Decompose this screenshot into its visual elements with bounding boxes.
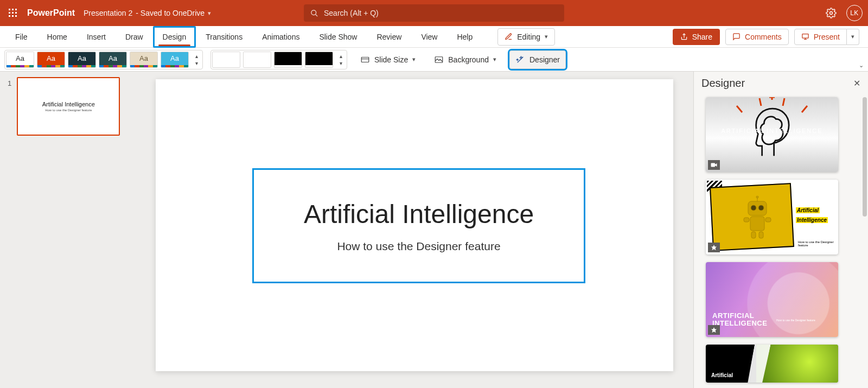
variant-option[interactable] <box>212 52 240 68</box>
comments-label: Comments <box>745 33 782 41</box>
theme-option[interactable]: Aa <box>68 52 96 68</box>
share-button[interactable]: Share <box>673 29 720 45</box>
tab-insert[interactable]: Insert <box>77 26 116 48</box>
ribbon-tabs: File Home Insert Draw Design Transitions… <box>0 26 868 48</box>
editing-mode-button[interactable]: Editing ▾ <box>497 28 555 46</box>
chevron-down-icon: ▾ <box>412 56 416 63</box>
variant-option[interactable] <box>243 52 271 68</box>
design-idea-title-line: Intelligence <box>796 217 828 223</box>
themes-more-dropdown[interactable]: ▴▾ <box>192 53 201 66</box>
slide-thumbnail[interactable]: Artificial Intelligence How to use the D… <box>17 77 120 136</box>
theme-option[interactable]: Aa <box>161 52 189 68</box>
pane-title: Designer <box>701 77 745 90</box>
tab-label: Transitions <box>206 33 242 41</box>
title-text-box[interactable]: Artificial Intelligence How to use the D… <box>252 168 585 283</box>
workspace: 1 Artificial Intelligence How to use the… <box>0 72 868 388</box>
search-input[interactable] <box>324 9 558 17</box>
tab-label: Review <box>376 33 401 41</box>
present-split-button: Present ▾ <box>794 29 859 45</box>
theme-letters: Aa <box>47 54 55 62</box>
chevron-up-icon: ▴ <box>340 53 342 59</box>
svg-rect-4 <box>12 12 14 14</box>
tab-help[interactable]: Help <box>447 26 482 48</box>
design-idea-title: Artificial <box>711 372 733 378</box>
gear-icon[interactable] <box>826 8 837 18</box>
present-icon <box>801 33 809 41</box>
video-badge-icon <box>708 160 720 170</box>
magic-wand-icon <box>515 55 525 65</box>
theme-option[interactable]: Aa <box>6 52 34 68</box>
app-launcher-icon[interactable] <box>5 5 21 21</box>
ribbon-design: Aa Aa Aa Aa Aa Aa ▴▾ ▴▾ Slide Size ▾ Bac… <box>0 48 868 72</box>
pane-body[interactable]: ARTIFICIAL INTELLIGENCE <box>694 93 868 388</box>
scrollbar[interactable] <box>863 97 867 217</box>
close-icon[interactable]: ✕ <box>853 78 860 88</box>
tab-slide-show[interactable]: Slide Show <box>309 26 367 48</box>
design-idea[interactable]: ARTIFICIAL INTELLIGENCE How to use the D… <box>706 262 838 337</box>
tab-label: Design <box>163 33 187 41</box>
ribbon-expand-chevron-icon[interactable]: ⌄ <box>859 62 864 69</box>
theme-option[interactable]: Aa <box>37 52 65 68</box>
background-button[interactable]: Background ▾ <box>429 50 502 69</box>
slide-subtitle: How to use the Designer feature <box>337 240 500 253</box>
comments-button[interactable]: Comments <box>725 29 789 45</box>
design-idea[interactable]: Artificial <box>706 345 838 383</box>
robot-icon <box>738 196 776 241</box>
search-icon <box>310 9 318 17</box>
theme-letters: Aa <box>78 54 86 62</box>
chevron-down-icon[interactable]: ▾ <box>208 10 211 17</box>
chevron-down-icon: ▾ <box>493 56 496 63</box>
tab-animations[interactable]: Animations <box>252 26 309 48</box>
variant-option[interactable] <box>274 52 302 68</box>
design-idea-title: ARTIFICIAL INTELLIGENCE <box>706 128 838 134</box>
svg-rect-3 <box>9 12 10 14</box>
tab-label: Home <box>47 33 67 41</box>
present-button[interactable]: Present <box>794 29 847 45</box>
theme-option[interactable]: Aa <box>130 52 158 68</box>
svg-rect-16 <box>361 57 369 62</box>
slide[interactable]: Artificial Intelligence How to use the D… <box>156 79 673 371</box>
tab-home[interactable]: Home <box>37 26 77 48</box>
designer-button[interactable]: Designer <box>509 50 566 69</box>
svg-rect-31 <box>765 218 771 222</box>
background-icon <box>434 55 444 65</box>
design-idea-title-block: Artificial Intelligence <box>796 205 834 224</box>
svg-rect-13 <box>802 34 808 39</box>
svg-marker-36 <box>711 245 717 250</box>
slide-size-button[interactable]: Slide Size ▾ <box>355 50 421 69</box>
svg-rect-7 <box>12 15 14 17</box>
svg-line-10 <box>315 14 317 16</box>
star-badge-icon <box>708 243 720 252</box>
comment-icon <box>732 33 741 41</box>
theme-option[interactable]: Aa <box>99 52 127 68</box>
svg-line-19 <box>737 106 742 112</box>
svg-rect-25 <box>711 163 716 167</box>
tab-view[interactable]: View <box>411 26 447 48</box>
present-dropdown[interactable]: ▾ <box>847 29 859 45</box>
variant-option[interactable] <box>305 52 333 68</box>
variants-more-dropdown[interactable]: ▴▾ <box>336 53 346 66</box>
tab-review[interactable]: Review <box>367 26 411 48</box>
tab-label: Draw <box>125 33 143 41</box>
tab-design[interactable]: Design <box>153 26 196 48</box>
document-name-area[interactable]: Presentation 2 - Saved to OneDrive ▾ <box>84 9 211 17</box>
chevron-down-icon: ▾ <box>851 33 854 40</box>
slide-thumbnail-panel[interactable]: 1 Artificial Intelligence How to use the… <box>0 72 136 388</box>
tab-file[interactable]: File <box>5 26 37 48</box>
decorative-blur <box>756 345 838 383</box>
save-status: - Saved to OneDrive <box>136 9 205 17</box>
share-icon <box>680 33 688 41</box>
designer-pane: Designer ✕ ARTIFICIAL INTEL <box>693 72 868 388</box>
design-idea[interactable]: ARTIFICIAL INTELLIGENCE <box>706 97 838 172</box>
design-idea[interactable]: Artificial Intelligence How to use the D… <box>706 180 838 255</box>
slide-canvas-area[interactable]: Artificial Intelligence How to use the D… <box>136 72 693 388</box>
tab-transitions[interactable]: Transitions <box>196 26 252 48</box>
thumbnail-subtitle: How to use the Designer feature <box>45 109 92 112</box>
chevron-down-icon: ▾ <box>340 60 342 66</box>
thumbnail-title: Artificial Intelligence <box>42 101 95 107</box>
search-box[interactable] <box>304 4 564 22</box>
design-idea-title-line: ARTIFICIAL <box>712 311 754 320</box>
title-bar: PowerPoint Presentation 2 - Saved to One… <box>0 0 868 26</box>
avatar[interactable]: LK <box>846 5 863 21</box>
tab-draw[interactable]: Draw <box>116 26 153 48</box>
